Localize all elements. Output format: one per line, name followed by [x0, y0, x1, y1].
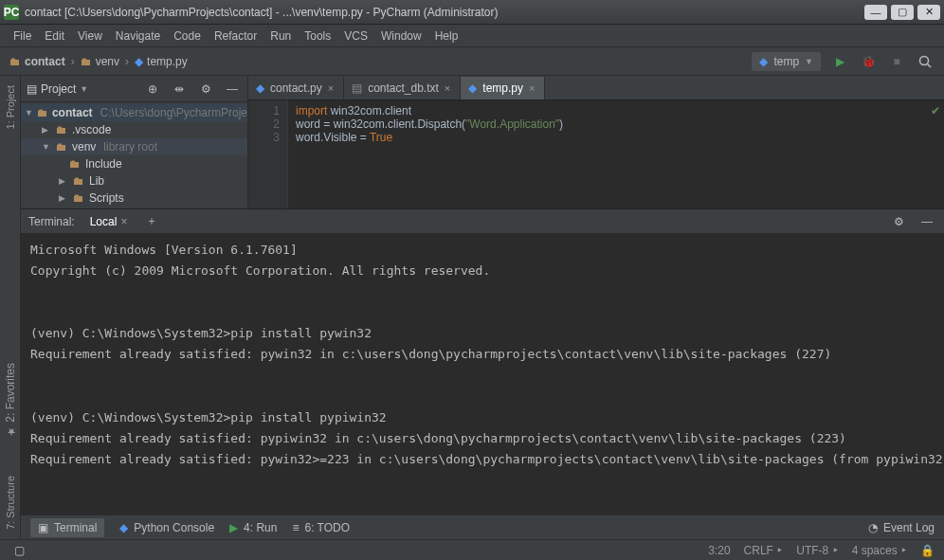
gutter: 123	[248, 100, 288, 208]
collapse-icon[interactable]: ⇹	[170, 80, 189, 99]
chevron-right-icon: ›	[71, 55, 75, 68]
toolwindow-structure-tab[interactable]: 7: Structure	[5, 476, 16, 530]
editor-tab-temp[interactable]: ◆temp.py×	[461, 77, 545, 99]
expand-arrow-icon[interactable]: ▼	[42, 142, 51, 152]
balloon-icon: ◔	[868, 521, 878, 534]
run-config-selector[interactable]: ◆ temp ▼	[752, 52, 821, 71]
menu-tools[interactable]: Tools	[299, 27, 336, 45]
toolwindow-run-tab[interactable]: ▶4: Run	[229, 521, 277, 534]
folder-icon: 🖿	[72, 191, 85, 205]
menu-vcs[interactable]: VCS	[338, 27, 373, 45]
list-icon: ≡	[292, 521, 299, 534]
menu-navigate[interactable]: Navigate	[110, 27, 166, 45]
menu-help[interactable]: Help	[429, 27, 464, 45]
bottom-toolbar: ▣Terminal ◆Python Console ▶4: Run ≡6: TO…	[21, 515, 944, 539]
terminal-panel: Terminal: Local × ＋ ⚙ — Microsoft Window…	[21, 208, 944, 515]
toolwindow-favorites-tab[interactable]: ★ 2: Favorites	[4, 363, 17, 438]
app-icon: PC	[4, 5, 19, 20]
expand-arrow-icon[interactable]: ▶	[59, 193, 68, 203]
tree-item-include[interactable]: 🖿 Include	[21, 155, 247, 172]
tree-item-lib[interactable]: ▶ 🖿 Lib	[21, 172, 247, 190]
cursor-position[interactable]: 3:20	[708, 544, 730, 557]
project-tree[interactable]: ▼ 🖿 contact C:\Users\dong\PycharmProject…	[21, 102, 247, 208]
chevron-right-icon: ›	[125, 55, 129, 68]
expand-arrow-icon[interactable]: ▶	[59, 176, 68, 186]
stop-button[interactable]: ■	[887, 52, 906, 71]
code-editor[interactable]: 123 import win32com.client word = win32c…	[248, 100, 944, 208]
debug-button[interactable]: 🐞	[859, 52, 878, 71]
check-icon: ✔	[931, 104, 940, 117]
terminal-label: Terminal:	[28, 215, 75, 228]
gear-icon[interactable]: ⚙	[196, 80, 215, 99]
folder-icon: 🖿	[37, 106, 48, 119]
crumb-project[interactable]: 🖿contact	[9, 55, 65, 68]
chevron-down-icon: ▼	[80, 84, 88, 94]
line-separator[interactable]: CRLF ‣	[744, 544, 784, 557]
nav-bar: 🖿contact › 🖿venv › ◆temp.py ◆ temp ▼ ▶ 🐞…	[0, 47, 944, 76]
tree-item-venv[interactable]: ▼ 🖿 venv library root	[21, 138, 247, 155]
tree-root[interactable]: ▼ 🖿 contact C:\Users\dong\PycharmProject…	[21, 104, 247, 121]
menu-refactor[interactable]: Refactor	[209, 27, 263, 45]
toolwindow-project-tab[interactable]: 1: Project	[5, 85, 16, 129]
menu-bar: File Edit View Navigate Code Refactor Ru…	[0, 25, 944, 47]
run-config-label: temp	[773, 55, 799, 68]
toolwindow-terminal-tab[interactable]: ▣Terminal	[30, 518, 104, 537]
folder-icon: 🖿	[72, 174, 85, 188]
breadcrumb: 🖿contact › 🖿venv › ◆temp.py	[9, 55, 752, 68]
tree-item-vscode[interactable]: ▶ 🖿 .vscode	[21, 121, 247, 138]
hide-panel-icon[interactable]: —	[917, 212, 936, 231]
editor-area: ◆contact.py× ▤contact_db.txt× ◆temp.py× …	[248, 76, 944, 208]
python-icon: ◆	[135, 55, 143, 68]
crumb-folder[interactable]: 🖿venv	[81, 55, 119, 68]
folder-icon: 🖿	[9, 55, 21, 68]
expand-arrow-icon[interactable]: ▼	[25, 108, 33, 117]
event-log-button[interactable]: ◔Event Log	[868, 521, 935, 534]
close-icon[interactable]: ×	[120, 215, 127, 228]
file-encoding[interactable]: UTF-8 ‣	[796, 544, 838, 557]
toolwindow-todo-tab[interactable]: ≡6: TODO	[292, 521, 350, 534]
project-view-selector[interactable]: ▤ Project ▼	[27, 82, 143, 96]
text-file-icon: ▤	[352, 81, 362, 95]
python-icon: ◆	[468, 81, 477, 95]
project-panel: ▤ Project ▼ ⊕ ⇹ ⚙ — ▼ 🖿 conta	[21, 76, 248, 208]
svg-point-0	[920, 56, 929, 64]
close-icon[interactable]: ×	[328, 82, 334, 94]
locate-icon[interactable]: ⊕	[143, 80, 162, 99]
menu-code[interactable]: Code	[168, 27, 207, 45]
python-icon: ◆	[759, 55, 768, 68]
minimize-button[interactable]: —	[864, 5, 887, 20]
editor-tabs: ◆contact.py× ▤contact_db.txt× ◆temp.py×	[248, 76, 944, 100]
menu-edit[interactable]: Edit	[39, 27, 70, 45]
editor-tab-contact[interactable]: ◆contact.py×	[248, 77, 344, 99]
svg-line-1	[928, 63, 932, 67]
editor-tab-contactdb[interactable]: ▤contact_db.txt×	[344, 77, 461, 99]
python-icon: ◆	[256, 81, 264, 95]
title-bar: PC contact [C:\Users\dong\PycharmProject…	[0, 0, 944, 25]
menu-run[interactable]: Run	[264, 27, 297, 45]
menu-file[interactable]: File	[8, 27, 37, 45]
crumb-file[interactable]: ◆temp.py	[135, 55, 188, 68]
terminal-icon: ▣	[38, 521, 48, 534]
menu-window[interactable]: Window	[375, 27, 427, 45]
search-everywhere-button[interactable]	[916, 52, 935, 71]
close-window-button[interactable]: ✕	[917, 5, 940, 20]
indent-setting[interactable]: 4 spaces ‣	[852, 544, 907, 557]
toolwindow-python-console-tab[interactable]: ◆Python Console	[119, 521, 214, 534]
close-icon[interactable]: ×	[529, 82, 535, 94]
close-icon[interactable]: ×	[445, 82, 450, 94]
tree-item-scripts[interactable]: ▶ 🖿 Scripts	[21, 190, 247, 207]
gear-icon[interactable]: ⚙	[889, 212, 908, 231]
toolwindow-toggle-icon[interactable]: ▢	[9, 541, 28, 560]
terminal-output[interactable]: Microsoft Windows [Version 6.1.7601] Cop…	[21, 234, 944, 515]
status-bar: ▢ 3:20 CRLF ‣ UTF-8 ‣ 4 spaces ‣ 🔒	[0, 539, 944, 560]
python-icon: ◆	[119, 521, 128, 534]
window-title: contact [C:\Users\dong\PycharmProjects\c…	[25, 6, 864, 19]
terminal-tab-local[interactable]: Local ×	[84, 213, 134, 230]
expand-arrow-icon[interactable]: ▶	[42, 125, 51, 135]
add-terminal-button[interactable]: ＋	[142, 212, 161, 231]
run-button[interactable]: ▶	[830, 52, 849, 71]
hide-panel-icon[interactable]: —	[223, 80, 242, 99]
menu-view[interactable]: View	[72, 27, 108, 45]
maximize-button[interactable]: ▢	[891, 5, 914, 20]
lock-icon[interactable]: 🔒	[920, 544, 935, 557]
